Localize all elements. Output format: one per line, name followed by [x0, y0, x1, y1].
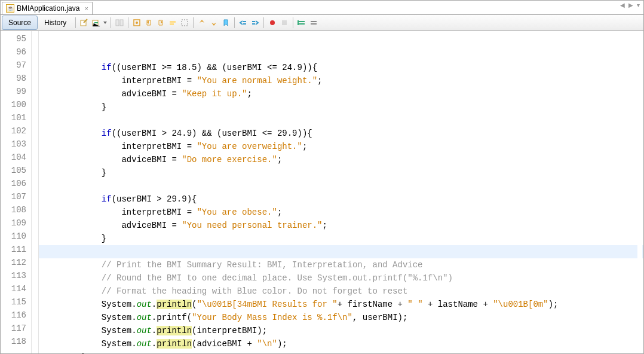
toggle-bookmark-icon[interactable] — [220, 17, 232, 29]
line-number[interactable]: 115 — [1, 295, 31, 309]
code-line[interactable]: } — [39, 232, 643, 245]
code-editor[interactable]: if((userBMI >= 18.5) && (userBMI <= 24.9… — [39, 31, 643, 353]
toggle-highlight-icon[interactable] — [167, 17, 179, 29]
line-number[interactable]: 105 — [1, 164, 31, 177]
code-line[interactable]: // Round the BMI to one decimal place. U… — [39, 271, 643, 285]
macro-stop-icon[interactable] — [278, 17, 290, 29]
last-edit-icon[interactable] — [78, 17, 90, 29]
line-number[interactable]: 106 — [1, 177, 31, 190]
code-line[interactable]: } — [39, 100, 643, 114]
code-line[interactable]: // Format the heading with Blue color. D… — [39, 285, 643, 298]
close-icon[interactable]: × — [84, 5, 88, 12]
code-line[interactable]: if((userBMI > 24.9) && (userBMI <= 29.9)… — [39, 127, 643, 140]
shift-right-icon[interactable] — [249, 17, 261, 29]
tab-next-icon[interactable]: ▶ — [627, 2, 634, 8]
toolbar-separator — [111, 17, 111, 28]
svg-point-13 — [270, 20, 275, 25]
code-line[interactable]: System.out.println("\u001B[34mBMI Result… — [39, 298, 643, 311]
svg-rect-15 — [299, 21, 305, 22]
file-tab-label: BMIApplication.java — [17, 4, 79, 13]
line-number[interactable]: 96 — [1, 45, 31, 59]
code-line[interactable] — [39, 114, 643, 127]
code-line[interactable]: interpretBMI = "You are normal weight."; — [39, 74, 643, 87]
code-line[interactable]: if((userBMI >= 18.5) && (userBMI <= 24.9… — [39, 61, 643, 74]
toolbar-separator — [128, 17, 128, 28]
svg-rect-6 — [170, 21, 176, 23]
line-number[interactable]: 100 — [1, 98, 31, 111]
find-next-icon[interactable] — [155, 17, 167, 29]
line-number[interactable]: 116 — [1, 309, 31, 322]
svg-rect-8 — [182, 20, 188, 26]
next-bookmark-icon[interactable] — [208, 17, 220, 29]
line-number[interactable]: 118 — [1, 335, 31, 348]
line-number[interactable]: 103 — [1, 138, 31, 151]
line-number[interactable]: 99 — [1, 85, 31, 98]
code-line[interactable]: if(userBMI > 29.9){ — [39, 193, 643, 206]
svg-rect-9 — [243, 21, 246, 22]
svg-rect-7 — [170, 23, 174, 25]
svg-rect-17 — [311, 21, 317, 22]
tab-prev-icon[interactable]: ◀ — [619, 2, 626, 8]
line-number[interactable]: 107 — [1, 190, 31, 203]
toggle-rect-icon[interactable] — [179, 17, 191, 29]
code-line[interactable]: System.out.println(interpretBMI); — [39, 324, 643, 337]
source-tab[interactable]: Source — [2, 16, 38, 30]
line-number[interactable]: 95 — [1, 32, 31, 45]
code-line[interactable]: interpretBMI = "You are overweight."; — [39, 140, 643, 153]
comment-icon[interactable] — [296, 17, 308, 29]
prev-bookmark-icon[interactable] — [196, 17, 208, 29]
line-number-gutter[interactable]: 9596979899100101102103104105106107108109… — [1, 31, 32, 353]
line-number[interactable]: 117 — [1, 322, 31, 335]
svg-rect-18 — [311, 23, 317, 25]
line-number[interactable]: 112 — [1, 256, 31, 269]
toolbar-separator — [234, 17, 235, 28]
tab-menu-icon[interactable]: ▾ — [636, 2, 641, 8]
code-line[interactable]: // Print the BMI Summary Result: BMI, In… — [39, 258, 643, 271]
code-line[interactable]: adviceBMI = "You need personal trainer."… — [39, 219, 643, 232]
error-stripe[interactable] — [637, 31, 642, 353]
back-icon[interactable] — [90, 17, 102, 29]
code-line[interactable]: System.out.printf("Your Body Mass Index … — [39, 311, 643, 324]
code-line[interactable]: } — [39, 166, 643, 179]
uncomment-icon[interactable] — [308, 17, 320, 29]
svg-rect-14 — [282, 20, 287, 25]
code-line[interactable] — [39, 179, 643, 193]
tab-nav: ◀ ▶ ▾ — [619, 2, 641, 8]
line-number[interactable]: 111 — [1, 243, 31, 256]
line-number[interactable]: 98 — [1, 72, 31, 85]
svg-rect-10 — [243, 23, 246, 25]
line-number[interactable]: 102 — [1, 124, 31, 138]
line-number[interactable]: 101 — [1, 111, 31, 124]
line-number[interactable]: 114 — [1, 282, 31, 295]
line-number[interactable]: 97 — [1, 59, 31, 72]
code-line[interactable]: interpretBMI = "You are obese."; — [39, 206, 643, 219]
diff-icon[interactable] — [114, 17, 125, 29]
line-number[interactable]: 109 — [1, 216, 31, 230]
toolbar-separator — [293, 17, 293, 28]
line-number[interactable]: 104 — [1, 151, 31, 164]
shift-left-icon[interactable] — [237, 17, 249, 29]
code-line[interactable]: adviceBMI = "Keep it up."; — [39, 87, 643, 100]
fold-strip[interactable] — [32, 31, 39, 353]
toolbar-separator — [263, 17, 264, 28]
svg-rect-16 — [299, 23, 305, 25]
svg-rect-3 — [120, 20, 123, 26]
editor-area: 9596979899100101102103104105106107108109… — [1, 31, 643, 353]
code-line[interactable]: } — [39, 350, 643, 353]
code-line[interactable]: adviceBMI = "Do more exercise."; — [39, 153, 643, 166]
find-prev-icon[interactable] — [143, 17, 155, 29]
toolbar-separator — [75, 17, 76, 28]
history-tab[interactable]: History — [38, 16, 73, 30]
svg-rect-11 — [252, 21, 255, 22]
java-file-icon: ☕ — [6, 4, 14, 13]
code-line[interactable] — [39, 245, 643, 258]
file-tab[interactable]: ☕ BMIApplication.java × — [2, 2, 93, 14]
line-number[interactable]: 113 — [1, 269, 31, 282]
line-number[interactable]: 108 — [1, 203, 31, 216]
find-selection-icon[interactable] — [131, 17, 143, 29]
line-number[interactable]: 110 — [1, 230, 31, 243]
back-dropdown-icon[interactable] — [102, 17, 108, 29]
svg-rect-2 — [116, 20, 119, 26]
macro-record-icon[interactable] — [266, 17, 278, 29]
code-line[interactable]: System.out.println(adviceBMI + "\n"); — [39, 337, 643, 350]
